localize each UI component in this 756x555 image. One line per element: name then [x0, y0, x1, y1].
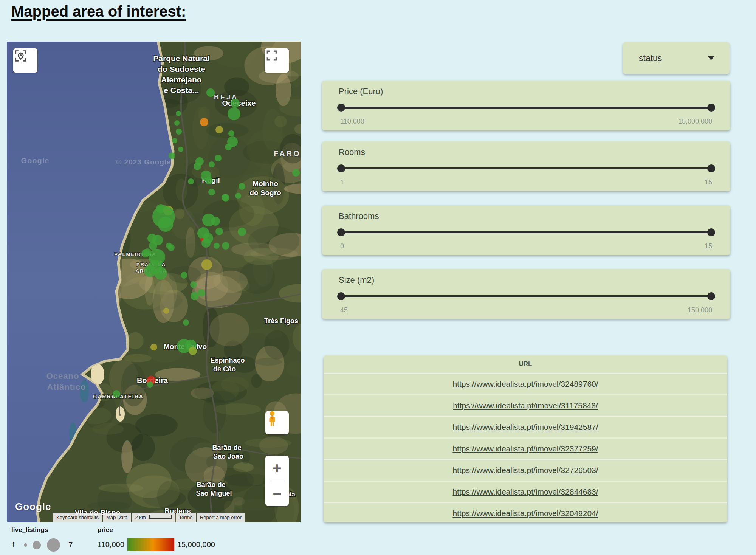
- listing-url-link[interactable]: https://www.idealista.pt/imovel/32489760…: [452, 380, 598, 389]
- listing-marker[interactable]: [174, 120, 180, 126]
- listing-url-link[interactable]: https://www.idealista.pt/imovel/32844683…: [452, 487, 598, 496]
- listing-url-link[interactable]: https://www.idealista.pt/imovel/31175848…: [453, 401, 598, 410]
- listing-marker[interactable]: [144, 265, 156, 277]
- slider-handle-min[interactable]: [337, 104, 345, 112]
- color-legend: price 110,000 15,000,000: [98, 526, 215, 552]
- listing-marker[interactable]: [154, 267, 167, 280]
- zoom-out-button[interactable]: −: [265, 481, 289, 506]
- listing-marker[interactable]: [113, 390, 120, 398]
- size-legend: live_listings 1 7: [11, 526, 87, 552]
- listing-marker[interactable]: [149, 242, 157, 250]
- listing-marker[interactable]: [222, 242, 229, 250]
- listing-marker[interactable]: [141, 249, 150, 257]
- listing-marker[interactable]: [228, 130, 234, 136]
- listing-marker[interactable]: [178, 147, 183, 152]
- listing-url-link[interactable]: https://www.idealista.pt/imovel/32377259…: [452, 444, 598, 453]
- pegman-icon: [265, 411, 279, 427]
- listing-marker[interactable]: [189, 347, 197, 355]
- listing-marker[interactable]: [215, 155, 222, 161]
- listing-marker[interactable]: [176, 129, 182, 135]
- listing-marker[interactable]: [209, 161, 215, 167]
- listing-marker[interactable]: [150, 344, 157, 350]
- slider-handle-max[interactable]: [707, 228, 715, 236]
- attribution-terms[interactable]: Terms: [176, 513, 196, 522]
- listing-marker[interactable]: [200, 118, 208, 126]
- slider-track[interactable]: [339, 229, 714, 235]
- slider-handle-min[interactable]: [337, 292, 345, 300]
- listing-url-link[interactable]: https://www.idealista.pt/imovel/32049204…: [452, 509, 598, 518]
- listing-marker[interactable]: [176, 111, 181, 116]
- scale-bar: [149, 515, 172, 519]
- attribution-map-data[interactable]: Map Data: [103, 513, 131, 522]
- listing-marker[interactable]: [222, 194, 229, 202]
- listing-marker[interactable]: [225, 144, 232, 150]
- map-label: do Sogro: [249, 189, 281, 197]
- listing-marker[interactable]: [169, 152, 175, 159]
- slider-panel-price-euro-: Price (Euro)110,00015,000,000: [322, 81, 730, 130]
- listing-marker[interactable]: [214, 243, 220, 249]
- map-label: Parque Natural: [153, 54, 209, 63]
- listing-url-link[interactable]: https://www.idealista.pt/imovel/32726503…: [452, 466, 598, 475]
- chevron-down-icon: [708, 56, 714, 60]
- attribution-keyboard-shortcuts[interactable]: Keyboard shortcuts: [53, 513, 102, 522]
- listing-marker[interactable]: [158, 217, 173, 232]
- url-column-header: URL: [324, 355, 727, 373]
- slider-panel-size-m2-: Size (m2)45150,000: [322, 269, 730, 319]
- slider-handle-min[interactable]: [337, 164, 345, 172]
- listing-marker[interactable]: [201, 259, 212, 270]
- listing-marker[interactable]: [238, 228, 246, 236]
- listing-marker[interactable]: [147, 381, 153, 388]
- slider-panel-rooms: Rooms115: [322, 141, 730, 191]
- listing-marker[interactable]: [205, 177, 213, 184]
- color-legend-min: 110,000: [98, 540, 124, 549]
- slider-handle-max[interactable]: [707, 104, 715, 112]
- slider-min-value: 110,000: [340, 118, 364, 126]
- listing-marker[interactable]: [215, 228, 223, 235]
- listing-marker[interactable]: [191, 292, 199, 300]
- listing-marker[interactable]: [190, 281, 197, 288]
- recenter-map-button[interactable]: [13, 48, 37, 73]
- listing-marker[interactable]: [292, 169, 300, 177]
- slider-handle-min[interactable]: [337, 228, 345, 236]
- dashboard: Mapped area of interest:: [0, 0, 756, 555]
- slider-track[interactable]: [339, 105, 714, 110]
- listing-marker[interactable]: [183, 319, 189, 326]
- listing-marker[interactable]: [235, 193, 241, 199]
- listing-marker[interactable]: [208, 189, 215, 195]
- page-title: Mapped area of interest:: [11, 3, 186, 20]
- status-dropdown[interactable]: status: [623, 42, 730, 74]
- listing-marker[interactable]: [228, 107, 240, 120]
- slider-track-line: [339, 231, 714, 233]
- listing-marker[interactable]: [194, 163, 201, 170]
- zoom-in-button[interactable]: +: [265, 456, 289, 481]
- slider-handle-max[interactable]: [707, 164, 715, 172]
- fullscreen-button[interactable]: [265, 48, 289, 73]
- pegman-button[interactable]: [265, 411, 289, 434]
- size-legend-min: 1: [11, 541, 15, 549]
- map-label: FARO: [274, 149, 301, 158]
- listing-marker[interactable]: [201, 239, 211, 248]
- listing-marker[interactable]: [168, 244, 175, 251]
- map-label: Barão de: [196, 481, 225, 488]
- listing-marker[interactable]: [231, 99, 240, 108]
- listing-marker[interactable]: [172, 138, 177, 143]
- listing-marker[interactable]: [198, 289, 205, 297]
- slider-handle-max[interactable]: [707, 292, 715, 300]
- slider-track[interactable]: [339, 166, 714, 171]
- map-label: © 2023 Google: [116, 158, 171, 166]
- listing-marker[interactable]: [188, 178, 194, 184]
- size-legend-max: 7: [68, 541, 73, 549]
- slider-track[interactable]: [339, 293, 714, 299]
- map-canvas[interactable]: Parque Naturaldo SudoesteAlentejanoe Cos…: [7, 42, 301, 522]
- listing-marker[interactable]: [215, 126, 223, 133]
- zoom-control: + −: [265, 456, 289, 506]
- slider-label: Bathrooms: [339, 211, 379, 221]
- fullscreen-icon: [265, 48, 279, 63]
- listing-marker[interactable]: [211, 217, 220, 226]
- listing-marker[interactable]: [239, 183, 245, 190]
- attribution-report-a-map-error[interactable]: Report a map error: [197, 513, 245, 522]
- listing-marker[interactable]: [181, 272, 187, 279]
- listing-marker[interactable]: [206, 88, 215, 97]
- listing-marker[interactable]: [163, 308, 169, 314]
- listing-url-link[interactable]: https://www.idealista.pt/imovel/31942587…: [452, 423, 598, 432]
